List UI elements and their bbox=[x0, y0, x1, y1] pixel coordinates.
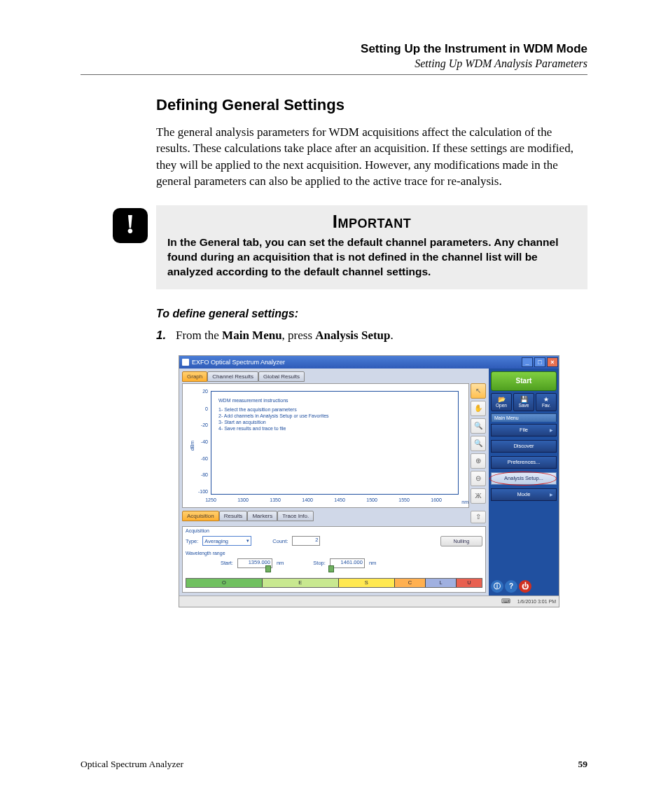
zoom-in-icon[interactable]: 🔍 bbox=[471, 418, 486, 434]
main-menu-header: Main Menu bbox=[491, 413, 557, 422]
instr-title: WDM measurement instructions bbox=[218, 397, 329, 404]
tab-acquisition[interactable]: Acquisition bbox=[182, 511, 219, 521]
help-icon[interactable]: ? bbox=[505, 580, 517, 593]
y-tick: 0 bbox=[197, 406, 208, 411]
save-label: Save bbox=[519, 403, 529, 408]
tab-global-results[interactable]: Global Results bbox=[258, 371, 305, 382]
bottom-tabs: Acquisition Results Markers Trace Info. bbox=[182, 511, 469, 521]
step-text-bold: Main Menu bbox=[222, 329, 281, 342]
status-timestamp: 1/6/2010 3:01 PM bbox=[517, 599, 556, 604]
band-s: S bbox=[339, 579, 395, 587]
band-l: L bbox=[426, 579, 457, 587]
collapse-up-icon[interactable]: ⇧ bbox=[471, 511, 486, 523]
pan-tool-icon[interactable]: ✋ bbox=[471, 401, 486, 416]
band-u: U bbox=[457, 579, 482, 587]
type-label: Type: bbox=[186, 538, 198, 544]
zoom-out-icon[interactable]: ⊖ bbox=[471, 471, 486, 486]
window-title: EXFO Optical Spectrum Analyzer bbox=[192, 359, 285, 366]
important-callout: ! Important In the General tab, you can … bbox=[156, 205, 587, 289]
section-heading: Defining General Settings bbox=[156, 96, 587, 114]
pointer-tool-icon[interactable]: ↖ bbox=[471, 383, 486, 399]
y-tick: -40 bbox=[197, 439, 208, 444]
zoom-tool-icon[interactable]: 🔍 bbox=[471, 436, 486, 451]
stop-input[interactable]: 1461.000 bbox=[330, 558, 365, 568]
instr-line: 1- Select the acquisition parameters bbox=[218, 406, 329, 413]
footer-doc-title: Optical Spectrum Analyzer bbox=[81, 759, 183, 770]
window-maximize-button[interactable]: □ bbox=[534, 357, 545, 367]
step-number: 1. bbox=[156, 329, 176, 343]
important-text: In the General tab, you can set the defa… bbox=[167, 235, 576, 280]
band-c: C bbox=[395, 579, 426, 587]
stop-label: Stop: bbox=[313, 560, 326, 566]
x-tick: 1550 bbox=[398, 497, 410, 502]
graph-panel: dBm 20 0 -20 -40 -60 -80 -100 WD bbox=[182, 383, 469, 508]
fav-label: Fav. bbox=[542, 403, 550, 408]
menu-label: File bbox=[520, 427, 528, 433]
menu-analysis-setup[interactable]: Analysis Setup... bbox=[491, 472, 557, 485]
power-icon[interactable]: ⏻ bbox=[519, 580, 531, 593]
important-heading: Important bbox=[167, 211, 576, 233]
start-label: Start: bbox=[221, 560, 233, 566]
step-text-fragment: From the bbox=[176, 329, 222, 342]
favorites-button[interactable]: ★Fav. bbox=[536, 393, 557, 411]
menu-mode[interactable]: Mode▶ bbox=[491, 488, 557, 501]
side-panel: Start 📂Open 💾Save ★Fav. Main Menu File▶ … bbox=[489, 369, 559, 596]
menu-preferences[interactable]: Preferences... bbox=[491, 456, 557, 469]
nulling-button[interactable]: Nulling bbox=[440, 536, 482, 546]
menu-label: Discover bbox=[513, 443, 534, 449]
tab-channel-results[interactable]: Channel Results bbox=[207, 371, 258, 382]
zoom-fit-icon[interactable]: ⊕ bbox=[471, 453, 486, 469]
app-icon bbox=[182, 359, 189, 366]
y-tick: -100 bbox=[197, 489, 208, 494]
folder-open-icon: 📂 bbox=[498, 396, 506, 403]
y-tick: 20 bbox=[197, 389, 208, 394]
save-button[interactable]: 💾Save bbox=[513, 393, 534, 411]
type-select[interactable]: Averaging▾ bbox=[202, 536, 251, 546]
window-close-button[interactable]: × bbox=[547, 357, 558, 367]
band-e: E bbox=[263, 579, 339, 587]
chevron-right-icon: ▶ bbox=[550, 492, 553, 497]
window-titlebar: EXFO Optical Spectrum Analyzer _ □ × bbox=[179, 356, 559, 369]
wavelength-range-legend: Wavelength range bbox=[186, 551, 482, 556]
keyboard-icon[interactable]: ⌨ bbox=[501, 598, 510, 605]
x-tick: 1350 bbox=[270, 497, 281, 502]
step-text-fragment: . bbox=[391, 329, 394, 342]
x-tick: 1600 bbox=[431, 497, 442, 502]
window-minimize-button[interactable]: _ bbox=[522, 357, 533, 367]
menu-discover[interactable]: Discover bbox=[491, 440, 557, 453]
wavelength-slider[interactable] bbox=[186, 570, 482, 574]
tab-trace-info[interactable]: Trace Info. bbox=[277, 511, 314, 521]
page-header-title: Setting Up the Instrument in WDM Mode bbox=[81, 42, 587, 56]
step-1: 1. From the Main Menu, press Analysis Se… bbox=[156, 329, 587, 343]
marker-tool-icon[interactable]: Ж bbox=[471, 488, 486, 504]
step-text-fragment: , press bbox=[282, 329, 316, 342]
start-button[interactable]: Start bbox=[491, 371, 557, 391]
status-bar: ⌨ 1/6/2010 3:01 PM bbox=[179, 596, 559, 607]
menu-file[interactable]: File▶ bbox=[491, 424, 557, 436]
acquisition-panel: Acquisition Type: Averaging▾ Count: 2 Nu… bbox=[182, 526, 486, 593]
tab-results[interactable]: Results bbox=[219, 511, 248, 521]
wavelength-band-bar: O E S C L U bbox=[186, 578, 482, 588]
procedure-heading: To define general settings: bbox=[156, 308, 587, 320]
count-label: Count: bbox=[272, 538, 288, 544]
y-tick: -20 bbox=[197, 422, 208, 427]
step-text: From the Main Menu, press Analysis Setup… bbox=[176, 329, 394, 343]
menu-label: Analysis Setup... bbox=[504, 475, 543, 481]
app-screenshot: EXFO Optical Spectrum Analyzer _ □ × Gra… bbox=[179, 355, 559, 607]
stop-unit: nm bbox=[369, 560, 376, 566]
tab-markers[interactable]: Markers bbox=[247, 511, 277, 521]
open-button[interactable]: 📂Open bbox=[491, 393, 512, 411]
count-input[interactable]: 2 bbox=[292, 536, 320, 546]
tab-graph[interactable]: Graph bbox=[182, 371, 207, 382]
info-icon[interactable]: ⓘ bbox=[491, 580, 503, 593]
open-label: Open bbox=[496, 403, 507, 408]
x-axis-unit: nm bbox=[461, 500, 468, 504]
slider-handle-start[interactable] bbox=[265, 565, 271, 572]
graph-instructions: WDM measurement instructions 1- Select t… bbox=[218, 397, 329, 432]
y-axis-label: dBm bbox=[190, 440, 195, 450]
x-tick: 1300 bbox=[237, 497, 249, 502]
y-tick: -60 bbox=[197, 456, 208, 461]
menu-label: Preferences... bbox=[508, 459, 541, 465]
x-tick: 1450 bbox=[334, 497, 345, 502]
slider-handle-stop[interactable] bbox=[328, 565, 334, 572]
